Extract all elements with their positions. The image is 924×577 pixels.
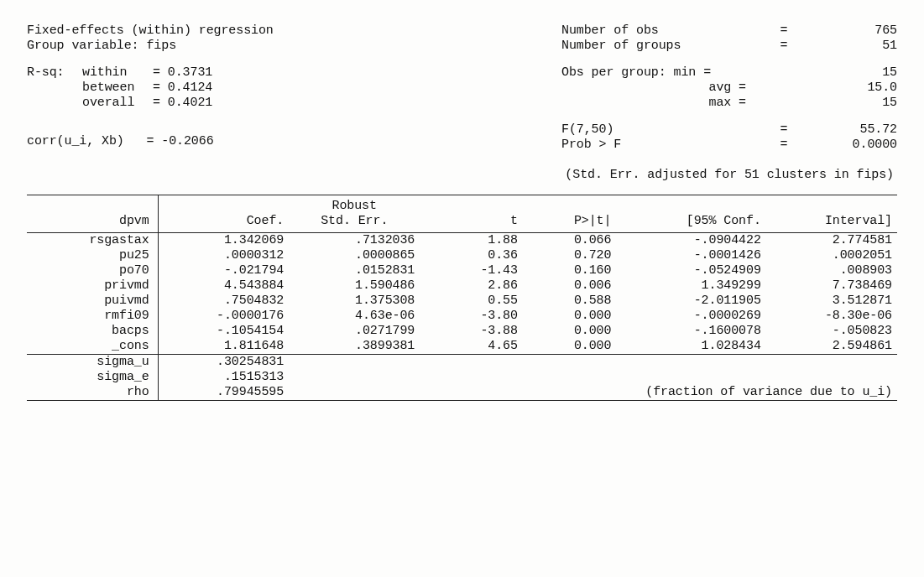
table-row: pu25.0000312.00008650.360.720-.0001426.0…: [27, 248, 897, 263]
coef-value: 1.811648: [158, 339, 289, 355]
stderr-value: .0271799: [289, 324, 420, 339]
var-name: rmfi09: [27, 309, 158, 324]
hdr-ci-lo: [95% Conf.: [616, 214, 765, 233]
t-value: -1.43: [420, 263, 523, 278]
ngroups-label: Number of groups: [561, 39, 681, 53]
ci-low: -.0904422: [616, 233, 765, 249]
table-row: rsgastax1.342069.71320361.880.066-.09044…: [27, 233, 897, 249]
fstat-value: 55.72: [822, 122, 897, 138]
stderr-value: .0152831: [289, 263, 420, 278]
var-name: bacps: [27, 324, 158, 339]
ci-high: 3.512871: [766, 294, 897, 309]
hdr-p: P>|t|: [523, 214, 617, 233]
var-name: puivmd: [27, 294, 158, 309]
var-name: _cons: [27, 339, 158, 355]
regression-header: Fixed-effects (within) regression Group …: [27, 23, 897, 183]
ci-low: 1.028434: [616, 339, 765, 355]
rsq-between-v: = 0.4124: [153, 81, 212, 95]
group-variable: Group variable: fips: [27, 39, 274, 54]
opg-max-v: 15: [822, 96, 897, 111]
table-row: privmd4.5438841.5904862.860.0061.3492997…: [27, 278, 897, 294]
regression-table: Robust dpvm Coef. Std. Err. t P>|t| [95%…: [27, 195, 897, 401]
ci-low: -.1600078: [616, 324, 765, 339]
sigma-u-k: sigma_u: [27, 355, 158, 371]
ci-high: -8.30e-06: [766, 309, 897, 324]
stderr-value: 1.375308: [289, 294, 420, 309]
p-value: 0.000: [523, 339, 617, 355]
t-value: 0.55: [420, 294, 523, 309]
hdr-stderr: Std. Err.: [289, 214, 420, 233]
nobs-label: Number of obs: [561, 23, 659, 38]
ci-low: -.0000269: [616, 309, 765, 324]
ci-high: 2.594861: [766, 339, 897, 355]
ci-high: .008903: [766, 263, 897, 278]
stderr-value: 4.63e-06: [289, 309, 420, 324]
rsq-overall-k: overall: [82, 96, 153, 111]
ci-low: -2.011905: [616, 294, 765, 309]
table-row: bacps-.1054154.0271799-3.880.000-.160007…: [27, 324, 897, 339]
p-value: 0.066: [523, 233, 617, 249]
opg-max-k: max =: [708, 96, 746, 110]
rho-note: (fraction of variance due to u_i): [289, 385, 897, 401]
hdr-ci-hi: Interval]: [766, 214, 897, 233]
t-value: 1.88: [420, 233, 523, 249]
corr-value: = -0.2066: [146, 134, 213, 148]
coef-value: -.0000176: [158, 309, 289, 324]
coef-value: 1.342069: [158, 233, 289, 249]
hdr-t: t: [420, 214, 523, 233]
table-row: rmfi09-.00001764.63e-06-3.800.000-.00002…: [27, 309, 897, 324]
stderr-value: .7132036: [289, 233, 420, 249]
p-value: 0.000: [523, 324, 617, 339]
hdr-coef: Coef.: [158, 214, 289, 233]
probf-value: 0.0000: [822, 138, 897, 153]
opg-avg-v: 15.0: [822, 81, 897, 96]
ci-high: 7.738469: [766, 278, 897, 294]
depvar-header: dpvm: [27, 214, 158, 233]
table-row: po70-.021794.0152831-1.430.160-.0524909.…: [27, 263, 897, 278]
rho-v: .79945595: [158, 385, 289, 401]
ci-high: 2.774581: [766, 233, 897, 249]
ngroups-value: 51: [822, 39, 897, 54]
coef-value: .7504832: [158, 294, 289, 309]
ci-high: -.050823: [766, 324, 897, 339]
coef-value: 4.543884: [158, 278, 289, 294]
p-value: 0.000: [523, 309, 617, 324]
ci-high: .0002051: [766, 248, 897, 263]
opg-min-v: 15: [822, 65, 897, 81]
t-value: -3.88: [420, 324, 523, 339]
t-value: 4.65: [420, 339, 523, 355]
p-value: 0.160: [523, 263, 617, 278]
fstat-label: F(7,50): [561, 122, 613, 137]
t-value: 2.86: [420, 278, 523, 294]
var-name: privmd: [27, 278, 158, 294]
coef-value: -.1054154: [158, 324, 289, 339]
stderr-value: 1.590486: [289, 278, 420, 294]
opg-avg-k: avg =: [708, 81, 746, 95]
sigma-e-k: sigma_e: [27, 370, 158, 385]
p-value: 0.720: [523, 248, 617, 263]
ci-low: 1.349299: [616, 278, 765, 294]
coef-value: .0000312: [158, 248, 289, 263]
t-value: 0.36: [420, 248, 523, 263]
p-value: 0.588: [523, 294, 617, 309]
nobs-value: 765: [822, 23, 897, 39]
corr-label: corr(u_i, Xb): [27, 134, 124, 148]
regression-title: Fixed-effects (within) regression: [27, 23, 274, 39]
rsq-overall-v: = 0.4021: [153, 96, 212, 110]
sigma-u-v: .30254831: [158, 355, 289, 371]
opg-label: Obs per group:: [561, 65, 666, 80]
rsq-within-k: within: [82, 65, 153, 81]
table-row: _cons1.811648.38993814.650.0001.0284342.…: [27, 339, 897, 355]
var-name: po70: [27, 263, 158, 278]
sigma-e-v: .1515313: [158, 370, 289, 385]
probf-label: Prob > F: [561, 138, 621, 152]
ci-low: -.0524909: [616, 263, 765, 278]
opg-min-k: min =: [674, 65, 712, 80]
p-value: 0.006: [523, 278, 617, 294]
ci-low: -.0001426: [616, 248, 765, 263]
cluster-adjust-note: (Std. Err. adjusted for 51 clusters in f…: [27, 168, 897, 183]
rsq-label: R-sq:: [27, 65, 82, 81]
hdr-robust: Robust: [289, 195, 420, 215]
rho-k: rho: [27, 385, 158, 401]
rsq-between-k: between: [82, 81, 153, 96]
